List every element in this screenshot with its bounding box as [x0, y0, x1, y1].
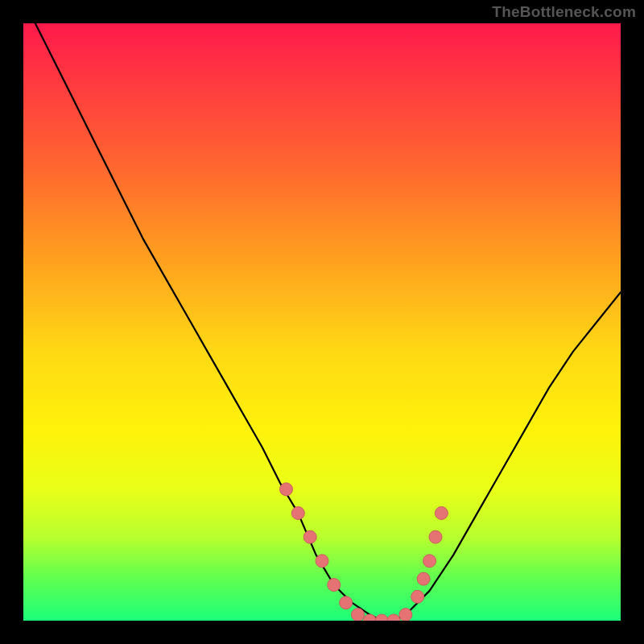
- marker-point: [363, 614, 376, 621]
- chart-svg: [23, 23, 621, 621]
- marker-point: [399, 609, 412, 621]
- marker-point: [435, 506, 448, 519]
- marker-point: [411, 590, 424, 603]
- marker-point: [417, 572, 430, 585]
- chart-stage: TheBottleneck.com: [0, 0, 644, 644]
- marker-point: [387, 614, 400, 621]
- marker-point: [352, 609, 365, 621]
- marker-point: [423, 555, 436, 568]
- marker-point: [375, 614, 388, 621]
- bottleneck-curve: [35, 23, 621, 621]
- marker-point: [328, 579, 341, 592]
- watermark-label: TheBottleneck.com: [492, 3, 636, 21]
- marker-point: [303, 530, 316, 543]
- marker-point: [280, 483, 293, 496]
- marker-point: [429, 530, 442, 543]
- marker-point: [316, 555, 328, 568]
- marker-point: [340, 597, 353, 609]
- plot-area: [23, 23, 621, 621]
- marker-group: [280, 483, 448, 621]
- marker-point: [291, 506, 304, 519]
